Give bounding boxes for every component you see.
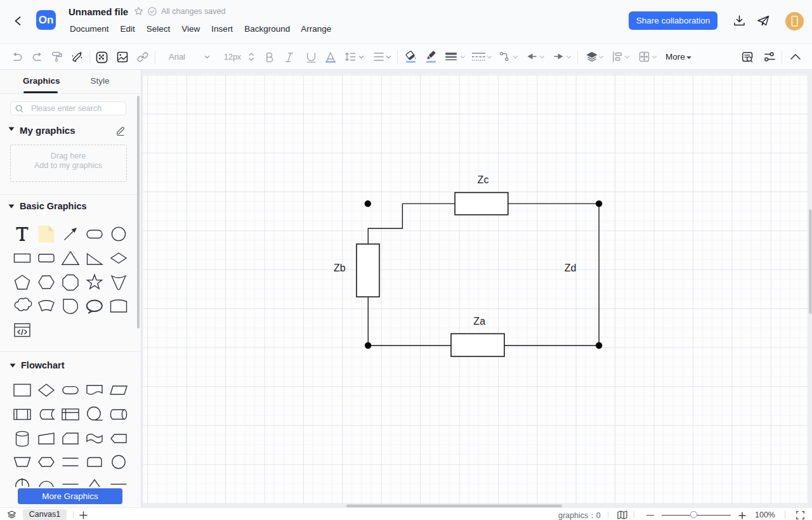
svg-text:Zd: Zd: [565, 263, 577, 273]
svg-text:Za: Za: [473, 316, 485, 327]
svg-text:Zb: Zb: [334, 263, 346, 273]
svg-text:Zc: Zc: [478, 174, 489, 185]
